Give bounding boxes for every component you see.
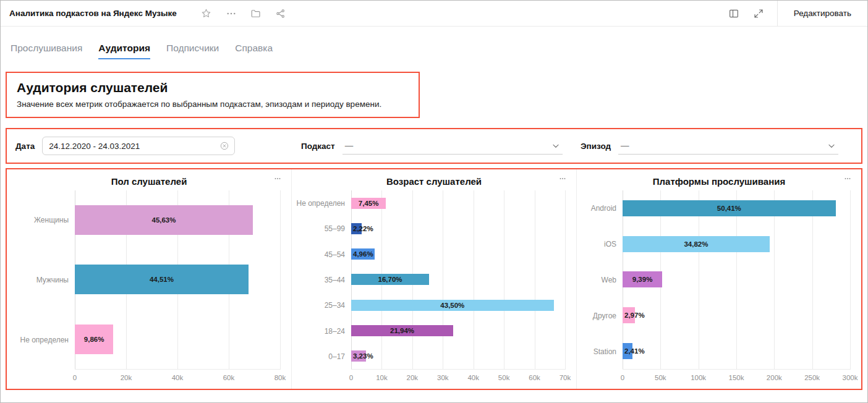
bar-row: 3,23% (351, 344, 565, 369)
bar-row: 43,50% (351, 292, 565, 318)
folder-icon[interactable] (244, 1, 268, 26)
chart-menu-icon[interactable] (269, 172, 286, 187)
bar-value-label: 50,41% (717, 205, 741, 212)
bar-не-определен[interactable]: 9,86% (75, 325, 113, 354)
chart-plot-area: ЖенщиныМужчиныНе определен 45,63%44,51%9… (7, 190, 291, 370)
bar-55–99[interactable]: 2,22% (351, 223, 362, 234)
x-axis: 050k100k150k200k250k300k (623, 370, 850, 385)
chevron-down-icon (827, 142, 836, 150)
x-axis-tick-label: 20k (407, 374, 419, 381)
bar-другое[interactable]: 2,97% (623, 307, 635, 323)
toolbar-right: Редактировать (721, 1, 867, 26)
gridline (280, 190, 281, 370)
bar-value-label: 2,41% (624, 347, 645, 355)
episode-select-value: — (621, 141, 629, 150)
y-axis-category-label: Не определен (292, 190, 351, 216)
x-axis-tick-label: 70k (560, 374, 571, 381)
bar-value-label: 9,86% (84, 336, 104, 343)
episode-select[interactable]: — (618, 137, 838, 155)
tab-podpischiki[interactable]: Подписчики (166, 43, 219, 59)
x-axis-tick-label: 250k (804, 374, 820, 381)
chart-title: Пол слушателей (111, 176, 187, 187)
x-axis-tick-label: 200k (767, 374, 782, 381)
bar-android[interactable]: 50,41% (623, 200, 836, 216)
x-axis-tick-label: 50k (498, 374, 510, 381)
y-axis-category-label: Android (577, 190, 623, 226)
section-title: Аудитория слушателей (17, 80, 409, 95)
x-axis-tick-label: 50k (655, 374, 666, 381)
share-icon[interactable] (268, 1, 293, 26)
bar-35–44[interactable]: 16,70% (351, 274, 429, 285)
bar-value-label: 21,94% (390, 327, 414, 334)
bar-value-label: 7,45% (359, 200, 379, 207)
x-axis-tick-label: 100k (691, 374, 706, 381)
bar-row: 21,94% (351, 318, 565, 343)
x-axis: 020k40k60k80k (75, 370, 280, 385)
bar-не-определен[interactable]: 7,45% (351, 198, 386, 209)
bar-45–54[interactable]: 4,96% (351, 248, 375, 260)
y-axis-category-label: Женщины (7, 190, 75, 250)
more-options-icon[interactable] (219, 1, 244, 26)
date-filter-label: Дата (15, 142, 35, 151)
episode-filter-label: Эпизод (581, 142, 611, 151)
bar-25–34[interactable]: 43,50% (351, 300, 554, 311)
x-axis-tick-label: 10k (376, 374, 388, 381)
y-axis-category-label: 35–44 (292, 267, 351, 292)
chart-title: Платформы прослушивания (653, 176, 785, 187)
bar-мужчины[interactable]: 44,51% (75, 265, 249, 294)
star-icon[interactable] (194, 1, 219, 26)
dashboard-title: Аналитика подкастов на Яндекс Музыке (9, 9, 177, 18)
date-range-input[interactable]: 24.12.2020 - 24.03.2021 (42, 137, 235, 155)
tab-proslushivaniya[interactable]: Прослушивания (11, 43, 82, 59)
bar-18–24[interactable]: 21,94% (351, 325, 453, 336)
x-axis-tick-label: 30k (437, 374, 449, 381)
chart-menu-icon[interactable] (554, 172, 571, 187)
date-range-value: 24.12.2020 - 24.03.2021 (49, 142, 140, 151)
y-axis-category-label: 55–99 (292, 216, 351, 241)
bar-row: 2,97% (623, 297, 850, 333)
plot-track: 7,45%2,22%4,96%16,70%43,50%21,94%3,23% (351, 190, 565, 370)
tab-auditoriya[interactable]: Аудитория (98, 43, 150, 59)
chart-menu-icon[interactable] (839, 172, 856, 187)
chart-plot-area: AndroidiOSWebДругоеStation 50,41%34,82%9… (577, 190, 861, 370)
chart-header: Платформы прослушивания (577, 172, 861, 190)
x-axis-tick-label: 40k (172, 374, 184, 381)
bar-0–17[interactable]: 3,23% (351, 350, 366, 362)
bar-женщины[interactable]: 45,63% (75, 205, 253, 235)
gridline (565, 190, 566, 370)
dashboard-page: Аналитика подкастов на Яндекс Музыке Ре (0, 0, 868, 403)
edit-button[interactable]: Редактировать (778, 1, 867, 26)
y-axis-category-label: Web (577, 262, 623, 298)
bar-rows: 50,41%34,82%9,39%2,97%2,41% (623, 190, 850, 370)
podcast-select-value: — (345, 141, 354, 150)
chart-header: Возраст слушателей (292, 172, 576, 190)
bar-value-label: 3,23% (353, 352, 373, 360)
y-axis-category-label: 25–34 (292, 293, 351, 318)
y-axis-category-label: Station (577, 334, 623, 370)
y-axis-category-label: Другое (577, 298, 623, 334)
y-axis-category-label: Не определен (7, 310, 75, 370)
plot-track: 50,41%34,82%9,39%2,97%2,41% (623, 190, 850, 370)
bar-ios[interactable]: 34,82% (623, 236, 770, 252)
bar-value-label: 44,51% (150, 276, 174, 283)
tab-spravka[interactable]: Справка (235, 43, 273, 59)
bar-rows: 7,45%2,22%4,96%16,70%43,50%21,94%3,23% (351, 190, 565, 370)
x-axis: 010k20k30k40k50k60k70k (351, 370, 565, 385)
x-axis-tick-label: 20k (121, 374, 132, 381)
clear-date-icon[interactable] (219, 141, 229, 151)
toolbar-left: Аналитика подкастов на Яндекс Музыке (9, 1, 293, 26)
chart-platforms: Платформы прослушивания AndroidiOSWebДру… (576, 169, 861, 389)
podcast-select[interactable]: — (343, 137, 563, 155)
bar-value-label: 4,96% (353, 250, 373, 258)
section-header-box: Аудитория слушателей Значение всех метри… (6, 72, 420, 118)
chart-plot-area: Не определен55–9945–5435–4425–3418–240–1… (292, 190, 576, 370)
fullscreen-icon[interactable] (746, 1, 771, 26)
bar-row: 45,63% (75, 190, 280, 250)
y-axis-labels: ЖенщиныМужчиныНе определен (7, 190, 75, 370)
y-axis-category-label: 45–54 (292, 242, 351, 267)
split-view-icon[interactable] (721, 1, 746, 26)
podcast-filter: Подкаст — (301, 137, 581, 155)
bar-row: 50,41% (623, 190, 850, 226)
bar-station[interactable]: 2,41% (623, 343, 632, 359)
bar-web[interactable]: 9,39% (623, 271, 662, 287)
